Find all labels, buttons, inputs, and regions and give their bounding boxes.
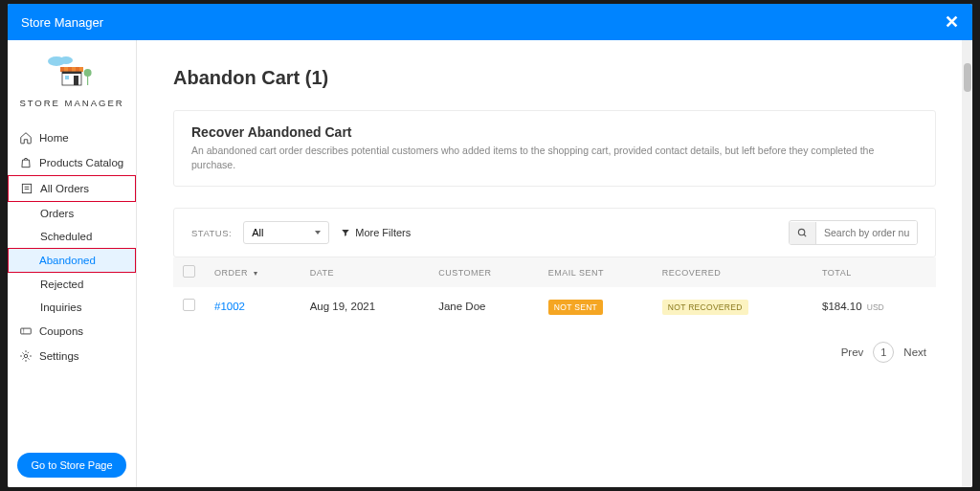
sidebar-item-abandoned[interactable]: Abandoned: [8, 248, 136, 273]
sidebar-item-label: Coupons: [39, 325, 83, 337]
order-link[interactable]: #1002: [214, 301, 245, 312]
orders-icon: [20, 182, 33, 195]
sidebar-item-rejected[interactable]: Rejected: [8, 273, 136, 296]
sidebar-item-label: All Orders: [40, 183, 89, 194]
info-card-description: An abandoned cart order describes potent…: [191, 144, 918, 172]
go-to-store-button[interactable]: Go to Store Page: [17, 453, 126, 478]
search-icon: [797, 228, 808, 238]
sidebar-item-inquiries[interactable]: Inquiries: [8, 296, 136, 319]
svg-point-11: [84, 69, 92, 77]
cell-total: $184.10 USD: [813, 287, 936, 324]
sort-caret-icon: ▾: [254, 269, 258, 278]
page-number[interactable]: 1: [873, 342, 894, 363]
close-button[interactable]: ✕: [945, 11, 959, 33]
status-label: STATUS:: [191, 228, 232, 238]
cell-date: Aug 19, 2021: [301, 287, 430, 324]
svg-rect-8: [65, 76, 69, 79]
select-all-checkbox[interactable]: [183, 265, 195, 278]
table-row: #1002 Aug 19, 2021 Jane Doe NOT SENT NOT…: [173, 287, 936, 324]
orders-table: ORDER▾ DATE CUSTOMER EMAIL SENT RECOVERE…: [173, 257, 936, 324]
sidebar-item-settings[interactable]: Settings: [8, 344, 136, 368]
col-total[interactable]: TOTAL: [813, 257, 936, 287]
coupon-icon: [19, 324, 33, 338]
sidebar-item-label: Settings: [39, 350, 79, 362]
sidebar-item-orders[interactable]: Orders: [8, 202, 136, 225]
bag-icon: [19, 156, 33, 169]
filter-left: STATUS: All More Filters: [191, 221, 411, 244]
email-sent-badge: NOT SENT: [548, 300, 603, 315]
sidebar-item-all-orders[interactable]: All Orders: [8, 175, 136, 202]
svg-rect-15: [21, 328, 32, 334]
cell-customer: Jane Doe: [429, 287, 539, 324]
store-logo-icon: [43, 54, 100, 92]
search-wrap: [789, 220, 918, 245]
modal-title: Store Manager: [21, 15, 103, 30]
filter-bar: STATUS: All More Filters: [173, 208, 936, 257]
sidebar-item-label: Home: [39, 132, 69, 144]
logo-area: STORE MANAGER: [8, 40, 136, 118]
table-header-row: ORDER▾ DATE CUSTOMER EMAIL SENT RECOVERE…: [173, 257, 936, 287]
search-button[interactable]: [790, 222, 816, 244]
modal-body: STORE MANAGER Home Products Catalog All …: [8, 40, 972, 487]
col-email-sent[interactable]: EMAIL SENT: [539, 257, 653, 287]
nav: Home Products Catalog All Orders Orders …: [8, 118, 136, 443]
svg-point-17: [24, 354, 28, 358]
info-card-title: Recover Abandoned Cart: [191, 124, 918, 140]
scrollbar-thumb[interactable]: [964, 63, 971, 92]
status-select[interactable]: All: [243, 221, 329, 244]
scrollbar-track[interactable]: [962, 40, 971, 487]
row-checkbox[interactable]: [183, 299, 195, 311]
sidebar: STORE MANAGER Home Products Catalog All …: [8, 40, 137, 487]
svg-line-19: [804, 234, 806, 236]
filter-icon: [341, 228, 350, 237]
col-recovered[interactable]: RECOVERED: [653, 257, 813, 287]
svg-rect-4: [68, 67, 72, 72]
store-manager-modal: Store Manager ✕ STO: [8, 4, 972, 487]
sidebar-item-coupons[interactable]: Coupons: [8, 319, 136, 344]
next-button[interactable]: Next: [903, 346, 926, 358]
sidebar-item-scheduled[interactable]: Scheduled: [8, 225, 136, 248]
svg-point-18: [798, 229, 804, 234]
main-content: Abandon Cart (1) Recover Abandoned Cart …: [137, 40, 972, 487]
more-filters-label: More Filters: [355, 227, 411, 238]
pagination: Prev 1 Next: [173, 324, 936, 370]
col-date[interactable]: DATE: [301, 257, 430, 287]
modal-header: Store Manager ✕: [8, 4, 972, 40]
page-title: Abandon Cart (1): [173, 67, 936, 89]
col-checkbox: [173, 257, 205, 287]
sidebar-item-products[interactable]: Products Catalog: [8, 150, 136, 175]
home-icon: [19, 131, 33, 145]
svg-rect-12: [22, 184, 31, 192]
svg-rect-5: [76, 67, 79, 72]
svg-rect-9: [74, 76, 78, 85]
col-customer[interactable]: CUSTOMER: [429, 257, 539, 287]
logo-label: STORE MANAGER: [17, 98, 126, 108]
info-card: Recover Abandoned Cart An abandoned cart…: [173, 110, 936, 187]
svg-rect-7: [62, 72, 81, 74]
search-input[interactable]: [816, 221, 917, 244]
svg-rect-3: [60, 67, 64, 72]
recovered-badge: NOT RECOVERED: [662, 300, 748, 315]
more-filters-button[interactable]: More Filters: [341, 227, 411, 238]
sidebar-item-label: Products Catalog: [39, 157, 123, 168]
col-order[interactable]: ORDER▾: [205, 257, 301, 287]
sidebar-item-home[interactable]: Home: [8, 125, 136, 150]
prev-button[interactable]: Prev: [841, 346, 864, 358]
gear-icon: [19, 349, 33, 363]
currency-label: USD: [867, 302, 884, 312]
svg-point-1: [59, 56, 73, 64]
